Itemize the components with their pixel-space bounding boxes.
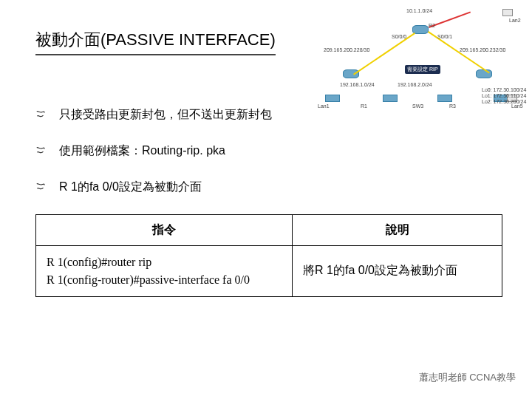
bullet-icon	[35, 144, 49, 162]
list-item: R 1的fa 0/0設定為被動介面	[35, 178, 502, 198]
switch-icon	[383, 95, 398, 102]
command-cell: R 1(config)#router rip R 1(config-router…	[36, 245, 293, 296]
bullet-icon	[35, 108, 49, 126]
table-row: 指令 說明	[36, 214, 502, 245]
diagram-label: R3	[449, 103, 456, 109]
diagram-label: 192.168.2.0/24	[398, 82, 432, 87]
diagram-label: Lan5	[511, 103, 523, 109]
diagram-label: R1	[361, 103, 367, 109]
bullet-list: 只接受路由更新封包，但不送出更新封包 使用範例檔案：Routing-rip. p…	[35, 106, 502, 198]
diagram-label: 需要設定 RIP	[405, 65, 440, 74]
switch-icon	[437, 95, 452, 102]
command-table: 指令 說明 R 1(config)#router rip R 1(config-…	[35, 214, 502, 297]
diagram-label: S0/0/0	[392, 34, 406, 39]
pc-icon	[502, 9, 513, 16]
diagram-label: 209.165.200.232/30	[460, 47, 505, 52]
diagram-label: S0/0/1	[437, 34, 452, 39]
explain-cell: 將R 1的fa 0/0設定為被動介面	[293, 245, 502, 296]
diagram-label: R2	[429, 23, 435, 28]
table-header-explain: 說明	[293, 214, 502, 245]
page-title: 被動介面(PASSIVE INTERFACE)	[35, 30, 276, 55]
diagram-label: 10.1.1.0/24	[406, 8, 432, 13]
footer-credit: 蕭志明老師 CCNA教學	[419, 371, 516, 384]
diagram-label: Lo0: 172.30.100/24	[482, 87, 526, 92]
diagram-label: Lo1: 172.30.110/24	[482, 93, 526, 98]
bullet-text: R 1的fa 0/0設定為被動介面	[59, 178, 202, 196]
diagram-label: Lan2	[509, 18, 521, 23]
table-row: R 1(config)#router rip R 1(config-router…	[36, 245, 502, 296]
router-r3-icon	[476, 69, 492, 78]
bullet-text: 使用範例檔案：Routing-rip. pka	[59, 142, 225, 160]
network-topology-diagram: 10.1.1.0/24 Lan2 S0/0/0 R2 S0/0/1 209.16…	[318, 4, 525, 115]
diagram-label: 209.165.200.228/30	[324, 47, 369, 52]
diagram-label: SW3	[412, 103, 423, 109]
switch-icon	[325, 95, 340, 102]
diagram-label: Lan1	[318, 103, 330, 109]
diagram-label: 192.168.1.0/24	[340, 82, 375, 87]
diagram-label: Lo2: 172.30.200/24	[482, 99, 526, 104]
bullet-text: 只接受路由更新封包，但不送出更新封包	[59, 106, 272, 123]
table-header-command: 指令	[36, 214, 293, 245]
bullet-icon	[35, 180, 49, 198]
list-item: 使用範例檔案：Routing-rip. pka	[35, 142, 502, 162]
